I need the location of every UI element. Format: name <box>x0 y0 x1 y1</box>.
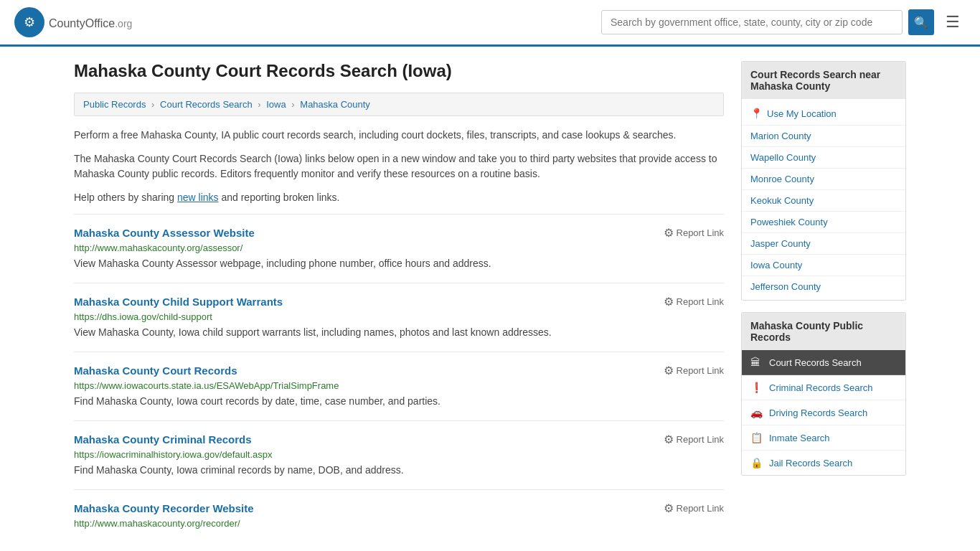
nav-inmate-search[interactable]: 📋 Inmate Search <box>742 425 905 451</box>
description-1: Perform a free Mahaska County, IA public… <box>74 128 724 143</box>
nav-jail-records[interactable]: 🔒 Jail Records Search <box>742 451 905 475</box>
result-item: Mahaska County Child Support Warrants ⚙ … <box>74 283 724 352</box>
result-header: Mahaska County Assessor Website ⚙ Report… <box>74 226 724 240</box>
result-url[interactable]: https://dhs.iowa.gov/child-support <box>74 311 724 322</box>
result-url[interactable]: http://www.mahaskacounty.org/assessor/ <box>74 242 724 253</box>
report-icon: ⚙ <box>664 433 674 446</box>
report-label: Report Link <box>677 296 724 307</box>
report-icon: ⚙ <box>664 295 674 309</box>
breadcrumb-mahaska[interactable]: Mahaska County <box>300 99 370 110</box>
location-pin-icon: 📍 <box>750 108 763 119</box>
content-area: Mahaska County Court Records Search (Iow… <box>74 61 724 543</box>
sidebar-county-iowa[interactable]: Iowa County <box>742 255 905 276</box>
report-label: Report Link <box>677 434 724 445</box>
search-icon: 🔍 <box>914 16 928 29</box>
nav-court-records[interactable]: 🏛 Court Records Search <box>742 350 905 375</box>
search-input[interactable] <box>601 10 903 34</box>
result-item: Mahaska County Assessor Website ⚙ Report… <box>74 214 724 283</box>
logo-area: ⚙ CountyOffice.org <box>14 7 132 37</box>
result-desc: View Mahaska County Assessor webpage, in… <box>74 256 724 271</box>
nav-label: Criminal Records Search <box>769 382 873 393</box>
report-label: Report Link <box>677 365 724 376</box>
new-links-link[interactable]: new links <box>177 192 219 203</box>
nav-criminal-records[interactable]: ❗ Criminal Records Search <box>742 375 905 400</box>
main-wrapper: Mahaska County Court Records Search (Iow… <box>60 47 920 551</box>
result-title[interactable]: Mahaska County Criminal Records <box>74 433 252 446</box>
logo-icon: ⚙ <box>14 7 44 37</box>
nearby-links: 📍 Use My Location Marion County Wapello … <box>742 99 905 300</box>
report-icon: ⚙ <box>664 364 674 377</box>
report-icon: ⚙ <box>664 501 674 515</box>
result-url[interactable]: https://www.iowacourts.state.ia.us/ESAWe… <box>74 380 724 391</box>
search-button[interactable]: 🔍 <box>908 9 934 35</box>
description-3: Help others by sharing new links and rep… <box>74 190 724 205</box>
menu-button[interactable]: ☰ <box>940 10 966 34</box>
jail-icon: 🔒 <box>750 457 763 468</box>
inmate-icon: 📋 <box>750 432 763 443</box>
page-title: Mahaska County Court Records Search (Iow… <box>74 61 724 81</box>
nearby-section: Court Records Search near Mahaska County… <box>741 61 906 301</box>
nav-label: Jail Records Search <box>769 458 852 468</box>
sidebar-county-jasper[interactable]: Jasper County <box>742 233 905 255</box>
breadcrumb-sep-2: › <box>258 99 260 110</box>
breadcrumb-iowa[interactable]: Iowa <box>266 99 286 110</box>
result-desc: Find Mahaska County, Iowa court records … <box>74 394 724 409</box>
public-records-title: Mahaska County Public Records <box>742 313 905 350</box>
breadcrumb-sep-3: › <box>291 99 294 110</box>
result-title[interactable]: Mahaska County Court Records <box>74 364 237 377</box>
sidebar-county-wapello[interactable]: Wapello County <box>742 147 905 169</box>
breadcrumb-sep-1: › <box>151 99 154 110</box>
results-list: Mahaska County Assessor Website ⚙ Report… <box>74 214 724 543</box>
use-location-link[interactable]: 📍 Use My Location <box>742 102 905 126</box>
result-title[interactable]: Mahaska County Assessor Website <box>74 227 255 239</box>
driving-icon: 🚗 <box>750 407 763 418</box>
result-desc: View Mahaska County, Iowa child support … <box>74 325 724 340</box>
result-header: Mahaska County Recorder Website ⚙ Report… <box>74 501 724 515</box>
result-header: Mahaska County Criminal Records ⚙ Report… <box>74 433 724 446</box>
use-location-label: Use My Location <box>767 108 837 119</box>
desc3-suffix: and reporting broken links. <box>219 192 340 203</box>
sidebar-county-keokuk[interactable]: Keokuk County <box>742 190 905 212</box>
court-icon: 🏛 <box>750 357 763 368</box>
report-link-4[interactable]: ⚙ Report Link <box>664 433 724 446</box>
nav-label: Inmate Search <box>769 433 830 443</box>
nav-label: Court Records Search <box>769 357 862 368</box>
result-item: Mahaska County Recorder Website ⚙ Report… <box>74 489 724 543</box>
sidebar-county-marion[interactable]: Marion County <box>742 126 905 147</box>
sidebar-county-poweshiek[interactable]: Poweshiek County <box>742 212 905 233</box>
sidebar-county-jefferson[interactable]: Jefferson County <box>742 276 905 297</box>
result-header: Mahaska County Court Records ⚙ Report Li… <box>74 364 724 377</box>
nav-driving-records[interactable]: 🚗 Driving Records Search <box>742 400 905 425</box>
breadcrumb-public-records[interactable]: Public Records <box>83 99 146 110</box>
desc3-prefix: Help others by sharing <box>74 192 177 203</box>
report-link-2[interactable]: ⚙ Report Link <box>664 295 724 309</box>
sidebar-county-monroe[interactable]: Monroe County <box>742 169 905 190</box>
report-link-5[interactable]: ⚙ Report Link <box>664 501 724 515</box>
result-title[interactable]: Mahaska County Recorder Website <box>74 502 254 514</box>
criminal-icon: ❗ <box>750 382 763 393</box>
breadcrumb-court-records[interactable]: Court Records Search <box>160 99 253 110</box>
public-records-section: Mahaska County Public Records 🏛 Court Re… <box>741 312 906 476</box>
report-label: Report Link <box>677 503 724 514</box>
result-url[interactable]: http://www.mahaskacounty.org/recorder/ <box>74 518 724 529</box>
nav-label: Driving Records Search <box>769 408 867 418</box>
result-desc: Find Mahaska County, Iowa criminal recor… <box>74 463 724 478</box>
result-item: Mahaska County Court Records ⚙ Report Li… <box>74 352 724 420</box>
logo-text: CountyOffice.org <box>49 14 132 31</box>
result-header: Mahaska County Child Support Warrants ⚙ … <box>74 295 724 309</box>
header: ⚙ CountyOffice.org 🔍 ☰ <box>0 0 980 47</box>
result-item: Mahaska County Criminal Records ⚙ Report… <box>74 420 724 489</box>
report-icon: ⚙ <box>664 226 674 240</box>
sidebar: Court Records Search near Mahaska County… <box>741 61 906 543</box>
description-2: The Mahaska County Court Records Search … <box>74 151 724 182</box>
hamburger-icon: ☰ <box>946 13 960 31</box>
public-records-nav: 🏛 Court Records Search ❗ Criminal Record… <box>742 350 905 475</box>
search-area: 🔍 ☰ <box>601 9 966 35</box>
report-link-1[interactable]: ⚙ Report Link <box>664 226 724 240</box>
report-link-3[interactable]: ⚙ Report Link <box>664 364 724 377</box>
nearby-title: Court Records Search near Mahaska County <box>742 62 905 99</box>
breadcrumb: Public Records › Court Records Search › … <box>74 93 724 116</box>
report-label: Report Link <box>677 227 724 238</box>
result-title[interactable]: Mahaska County Child Support Warrants <box>74 296 283 308</box>
result-url[interactable]: https://iowacriminalhistory.iowa.gov/def… <box>74 449 724 460</box>
